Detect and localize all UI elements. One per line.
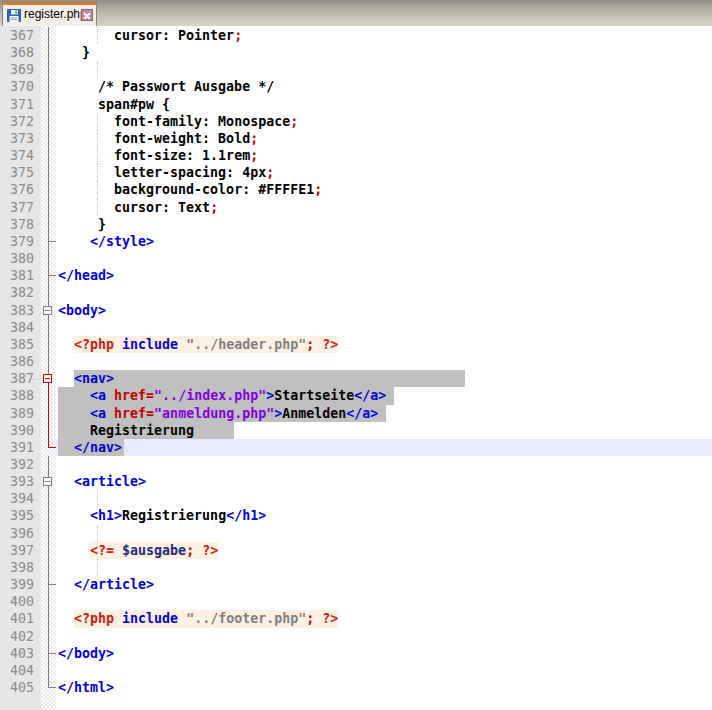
code-text: <?= $ausgabe; ?> [58,542,218,559]
code-line[interactable] [56,250,712,267]
line-number[interactable]: 393 [0,473,34,490]
code-token: font-weight: Bold [114,131,250,146]
line-number[interactable]: 397 [0,542,34,559]
line-number[interactable]: 367 [0,27,34,44]
line-number[interactable]: 378 [0,216,34,233]
code-line[interactable] [56,61,712,78]
line-number[interactable]: 373 [0,130,34,147]
line-number[interactable]: 380 [0,250,34,267]
line-number[interactable]: 399 [0,576,34,593]
code-line[interactable] [56,490,712,507]
line-number[interactable]: 368 [0,44,34,61]
code-line[interactable] [56,628,712,645]
code-area[interactable]: cursor: Pointer; } /* Passwort Ausgabe *… [56,26,712,710]
code-line[interactable]: cursor: Text; [56,199,712,216]
code-token: font-family: Monospace [114,114,290,129]
line-number[interactable]: 384 [0,319,34,336]
fold-toggle-box[interactable] [43,374,52,383]
line-number[interactable]: 386 [0,353,34,370]
line-number[interactable]: 392 [0,456,34,473]
line-number[interactable]: 390 [0,422,34,439]
code-line[interactable]: </head> [56,267,712,284]
code-text: <a href="anmeldung.php">Anmelden</a> [58,405,378,422]
fold-margin-cell [41,525,56,542]
code-line[interactable]: </style> [56,233,712,250]
line-number[interactable]: 398 [0,559,34,576]
fold-margin-cell [41,542,56,559]
line-number-margin[interactable]: 3673683693703713723733743753763773783793… [0,26,41,710]
code-line[interactable] [56,662,712,679]
code-line[interactable] [56,353,712,370]
line-number[interactable]: 379 [0,233,34,250]
line-number[interactable]: 369 [0,61,34,78]
code-line[interactable]: letter-spacing: 4px; [56,164,712,181]
code-line[interactable]: </html> [56,679,712,696]
code-line[interactable]: <?php include "../header.php"; ?> [56,336,712,353]
code-line[interactable]: span#pw { [56,96,712,113]
line-number[interactable]: 375 [0,164,34,181]
line-number[interactable]: 405 [0,679,34,696]
code-line[interactable]: <nav> [56,370,712,387]
fold-tree-line [48,319,49,336]
line-number[interactable]: 382 [0,284,34,301]
line-number[interactable]: 381 [0,267,34,284]
line-number[interactable]: 387 [0,370,34,387]
line-number[interactable]: 376 [0,181,34,198]
line-number[interactable]: 391 [0,439,34,456]
line-number[interactable]: 370 [0,78,34,95]
line-number[interactable]: 394 [0,490,34,507]
code-token [114,543,122,558]
code-line[interactable]: font-family: Monospace; [56,113,712,130]
line-number[interactable]: 374 [0,147,34,164]
code-line[interactable] [56,284,712,301]
code-line[interactable]: <a href="../index.php">Startseite</a> [56,387,712,404]
code-token: } [82,45,90,60]
tab-close-button[interactable] [81,9,93,21]
line-number[interactable]: 383 [0,302,34,319]
line-number[interactable]: 396 [0,525,34,542]
editor: 3673683693703713723733743753763773783793… [0,26,712,710]
line-number[interactable]: 388 [0,387,34,404]
code-line[interactable]: <?php include "../footer.php"; ?> [56,610,712,627]
line-number[interactable]: 404 [0,662,34,679]
code-line[interactable]: </body> [56,645,712,662]
code-line[interactable]: } [56,44,712,61]
fold-margin[interactable] [41,26,56,710]
code-line[interactable]: </article> [56,576,712,593]
code-line[interactable]: Registrierung [56,422,712,439]
code-line[interactable] [56,559,712,576]
code-line[interactable]: /* Passwort Ausgabe */ [56,78,712,95]
fold-toggle-box[interactable] [43,306,52,315]
line-number[interactable]: 377 [0,199,34,216]
fold-tree-line-active [48,405,49,422]
fold-toggle-box[interactable] [43,477,52,486]
line-number[interactable]: 385 [0,336,34,353]
line-number[interactable]: 402 [0,628,34,645]
code-line[interactable]: <?= $ausgabe; ?> [56,542,712,559]
tab-register-php[interactable]: register.php [2,1,97,26]
code-line[interactable] [56,525,712,542]
code-line[interactable]: <body> [56,302,712,319]
line-number[interactable]: 371 [0,96,34,113]
code-line[interactable] [56,319,712,336]
code-line[interactable] [56,456,712,473]
code-line[interactable]: cursor: Pointer; [56,27,712,44]
code-line[interactable]: } [56,216,712,233]
line-number[interactable]: 403 [0,645,34,662]
code-line[interactable]: <article> [56,473,712,490]
code-line[interactable]: font-size: 1.1rem; [56,147,712,164]
line-number[interactable]: 372 [0,113,34,130]
code-token: ; [234,28,242,43]
code-line[interactable] [56,593,712,610]
code-line[interactable]: background-color: #FFFFE1; [56,181,712,198]
code-line[interactable]: </nav> [56,439,712,456]
line-number[interactable]: 400 [0,593,34,610]
code-line[interactable]: font-weight: Bold; [56,130,712,147]
fold-tree-line [48,44,49,61]
code-line[interactable]: <a href="anmeldung.php">Anmelden</a> [56,405,712,422]
line-number[interactable]: 395 [0,507,34,524]
code-line[interactable]: <h1>Registrierung</h1> [56,507,712,524]
line-number[interactable]: 389 [0,405,34,422]
code-token: </nav> [74,440,122,455]
line-number[interactable]: 401 [0,610,34,627]
